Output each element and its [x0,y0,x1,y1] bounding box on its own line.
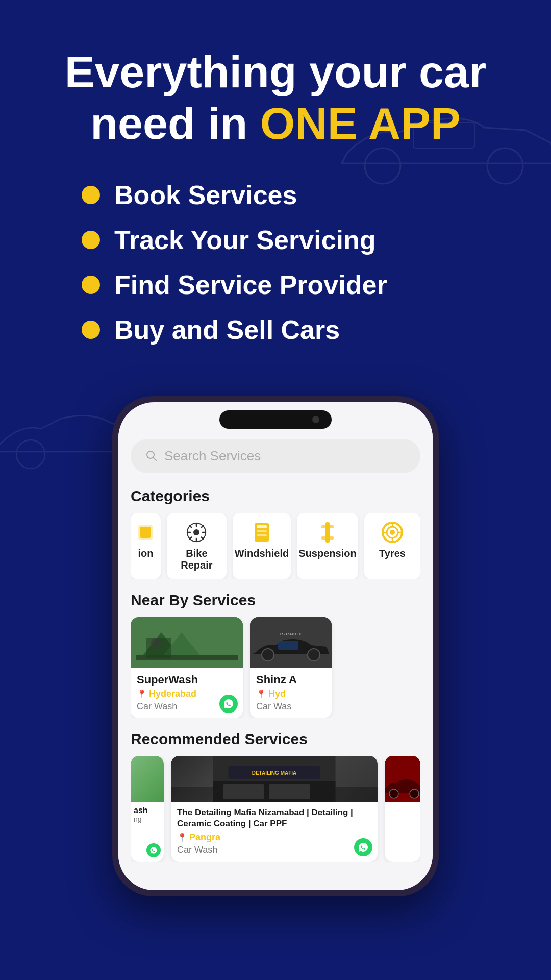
category-label-windshield: Windshield [235,548,289,559]
svg-line-6 [154,457,157,460]
svg-rect-34 [278,641,298,650]
location-text-detailing: Pangra [189,832,220,843]
bullet-dot [82,231,100,249]
whatsapp-button-detailing[interactable] [354,838,372,856]
service-name-shinz: Shinz A [256,673,325,687]
rec-name-detailing: The Detailing Mafia Nizamabad | Detailin… [177,807,371,829]
search-placeholder: Search Services [164,448,261,464]
tyre-icon [381,521,404,544]
location-text-shinz: Hyd [268,689,286,699]
svg-point-30 [151,638,161,648]
svg-point-33 [308,649,320,661]
windshield-icon [251,521,273,544]
svg-point-10 [193,529,199,535]
bullet-text-buy: Buy and Sell Cars [114,314,340,345]
search-bar[interactable]: Search Services [131,439,420,473]
service-image-superwash [131,617,243,668]
suspension-icon [316,521,339,544]
service-location-shinz: 📍 Hyd [256,689,325,699]
title-line1: Everything your car [65,46,487,97]
svg-point-43 [389,789,398,798]
svg-text:DETAILING MAFIA: DETAILING MAFIA [252,770,297,776]
svg-rect-14 [257,534,267,536]
categories-section: Categories ion [131,487,420,579]
bullet-dot [82,321,100,339]
svg-point-20 [390,530,395,535]
svg-rect-12 [257,525,267,528]
rec-location-detailing: 📍 Pangra [177,832,371,843]
bullet-text-book: Book Services [114,180,297,210]
category-card-suspension[interactable]: Suspension [297,513,358,579]
recommended-section: Recommended Services ash ng [131,730,420,861]
location-pin-icon-2: 📍 [256,689,266,699]
bullet-text-track: Track Your Servicing [114,225,376,255]
svg-point-44 [410,789,419,798]
rec-partial-name: ash [134,806,161,815]
recommended-row: ash ng [131,756,420,861]
service-card-shinz[interactable]: TS07JJ2000 Shinz A 📍 Hyd Car Was [250,617,332,718]
search-icon [145,449,157,463]
app-content: Search Services Categories [118,429,433,882]
svg-rect-8 [140,527,151,538]
category-label-partial: ion [138,548,153,559]
service-image-shinz: TS07JJ2000 [250,617,332,668]
categories-row: ion Bike Repair [131,513,420,579]
svg-rect-39 [269,784,310,799]
rec-card-red-partial[interactable] [385,756,420,861]
phone-inner-screen: Search Services Categories [118,402,433,890]
feature-list: Book Services Track Your Servicing Find … [31,180,520,345]
rec-card-body-detailing: The Detailing Mafia Nizamabad | Detailin… [171,802,378,861]
service-card-superwash[interactable]: SuperWash 📍 Hyderabad Car Wash [131,617,243,718]
front-camera [312,416,319,423]
title-line2: need in [90,98,260,149]
bullet-item-track: Track Your Servicing [82,225,520,255]
title-highlight: ONE APP [260,98,461,149]
bullet-item-book: Book Services [82,180,520,210]
category-card-tyres[interactable]: Tyres [364,513,420,579]
svg-rect-13 [257,530,267,532]
rec-image-detailing-mafia: DETAILING MAFIA DETAILING MAFIA [171,756,378,802]
svg-text:TS07JJ2000: TS07JJ2000 [280,632,303,636]
gear-icon [185,521,208,544]
phone-mockup: Search Services Categories [0,396,551,896]
svg-rect-17 [321,536,334,540]
bullet-text-find: Find Service Provider [114,270,387,300]
rec-type-detailing: Car Wash [177,845,371,855]
service-type-shinz: Car Was [256,701,325,712]
svg-rect-16 [321,525,334,528]
bullet-dot [82,186,100,204]
location-pin-icon-3: 📍 [177,832,187,842]
dynamic-island [219,410,332,429]
category-card-bike-repair[interactable]: Bike Repair [167,513,227,579]
category-label-tyres: Tyres [379,548,406,559]
nearby-title: Near By Services [131,592,420,609]
nearby-section: Near By Services [131,592,420,718]
service-name-superwash: SuperWash [137,673,237,687]
service-card-body-shinz: Shinz A 📍 Hyd Car Was [250,668,332,718]
phone-outer-frame: Search Services Categories [112,396,439,896]
rec-card-partial-left[interactable]: ash ng [131,756,164,861]
category-label-suspension: Suspension [298,548,356,559]
rec-partial-sub: ng [134,815,161,823]
rec-card-detailing-mafia[interactable]: DETAILING MAFIA DETAILING MAFIA [171,756,378,861]
svg-point-32 [262,649,274,661]
bullet-item-find: Find Service Provider [82,270,520,300]
category-label-bike-repair: Bike Repair [172,548,221,571]
category-card-partial[interactable]: ion [131,513,161,579]
bullet-item-buy: Buy and Sell Cars [82,314,520,345]
location-pin-icon: 📍 [137,689,147,699]
svg-rect-38 [223,784,264,799]
location-text-superwash: Hyderabad [149,689,196,699]
recommended-title: Recommended Services [131,730,420,748]
category-card-windshield[interactable]: Windshield [233,513,291,579]
categories-title: Categories [131,487,420,505]
main-title: Everything your car need in ONE APP [31,46,520,149]
header-section: Everything your car need in ONE APP Book… [0,0,551,365]
bullet-dot [82,276,100,294]
whatsapp-button-partial[interactable] [146,843,161,857]
category-icon-partial [134,521,157,544]
nearby-row: SuperWash 📍 Hyderabad Car Wash [131,617,420,718]
